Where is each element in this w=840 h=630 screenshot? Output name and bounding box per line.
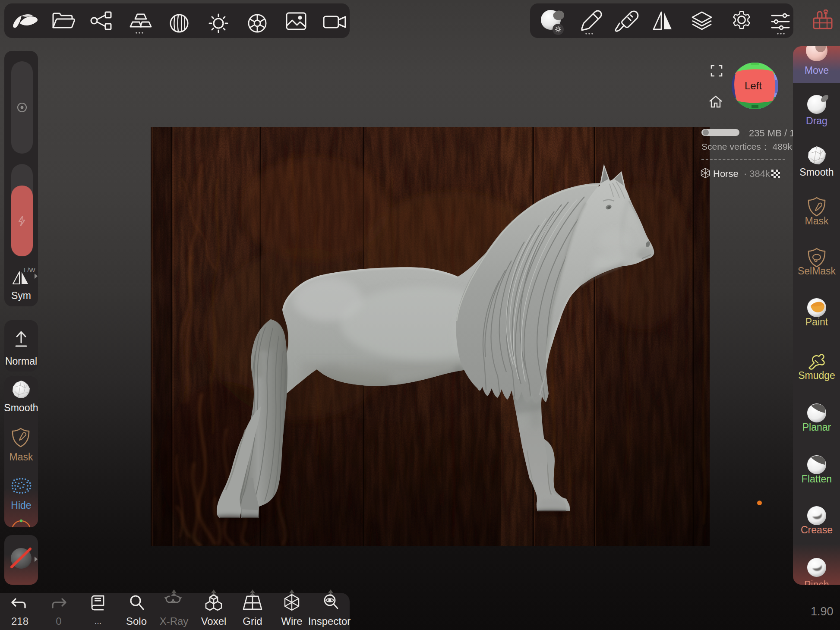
svg-text:Smudge: Smudge bbox=[798, 370, 835, 381]
svg-text:Pinch: Pinch bbox=[804, 579, 829, 585]
svg-text:Solo: Solo bbox=[126, 615, 147, 627]
svg-text:Wire: Wire bbox=[281, 615, 302, 627]
svg-text:Mask: Mask bbox=[805, 215, 829, 227]
svg-text:Crease: Crease bbox=[801, 524, 833, 536]
svg-text:X-Ray: X-Ray bbox=[160, 615, 189, 627]
svg-text:Move: Move bbox=[805, 65, 829, 76]
svg-text:0: 0 bbox=[56, 615, 61, 627]
svg-text:Planar: Planar bbox=[802, 422, 831, 433]
svg-text:Inspector: Inspector bbox=[308, 615, 351, 627]
svg-text:Drag: Drag bbox=[806, 115, 827, 126]
svg-text:Left: Left bbox=[745, 80, 762, 91]
svg-text:Paint: Paint bbox=[805, 316, 828, 328]
svg-text:Flatten: Flatten bbox=[802, 473, 832, 485]
svg-text:SelMask: SelMask bbox=[798, 265, 836, 277]
svg-text:Smooth: Smooth bbox=[799, 167, 834, 178]
svg-text:218: 218 bbox=[11, 615, 28, 627]
svg-text:Voxel: Voxel bbox=[201, 615, 227, 627]
svg-text:...: ... bbox=[95, 616, 102, 626]
svg-text:Grid: Grid bbox=[243, 615, 262, 627]
